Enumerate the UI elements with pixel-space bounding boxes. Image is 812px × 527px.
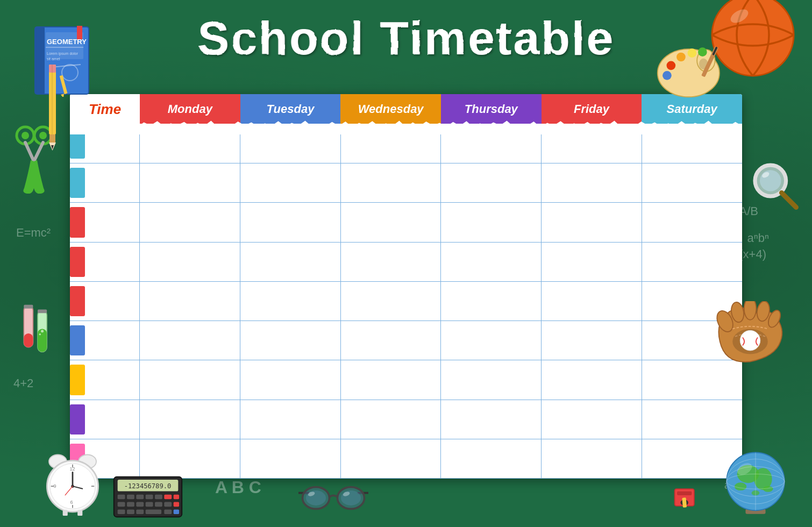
- time-column: [70, 124, 140, 479]
- saturday-column: [642, 124, 742, 479]
- friday-header-label: Friday: [574, 102, 609, 116]
- time-cell-7: [70, 360, 139, 400]
- title-area: School Timetable: [0, 11, 812, 66]
- friday-cell-6[interactable]: [542, 321, 642, 360]
- day-columns: [140, 124, 742, 479]
- monday-cell-8[interactable]: [140, 400, 240, 439]
- wednesday-cell-5[interactable]: [341, 282, 441, 321]
- time-marker-7: [70, 365, 85, 395]
- time-cell-9: [70, 439, 139, 479]
- time-cell-4: [70, 243, 139, 282]
- page-title: School Timetable: [0, 11, 812, 66]
- wednesday-column: [341, 124, 441, 479]
- friday-cell-5[interactable]: [542, 282, 642, 321]
- tuesday-header: Tuesday: [240, 94, 341, 124]
- time-marker-8: [70, 404, 85, 435]
- tuesday-cell-4[interactable]: [240, 243, 340, 282]
- thursday-header: Thursday: [441, 94, 542, 124]
- monday-cell-7[interactable]: [140, 360, 240, 400]
- tuesday-column: [240, 124, 341, 479]
- friday-cell-2[interactable]: [542, 163, 642, 203]
- thursday-cell-5[interactable]: [441, 282, 541, 321]
- thursday-cell-6[interactable]: [441, 321, 541, 360]
- monday-cell-6[interactable]: [140, 321, 240, 360]
- friday-cell-7[interactable]: [542, 360, 642, 400]
- time-header-label: Time: [89, 101, 121, 118]
- monday-header: Monday: [140, 94, 240, 124]
- friday-cell-9[interactable]: [542, 439, 642, 479]
- monday-cell-3[interactable]: [140, 203, 240, 242]
- thursday-header-label: Thursday: [465, 102, 518, 116]
- wednesday-header-label: Wednesday: [358, 102, 424, 116]
- saturday-cell-4[interactable]: [642, 243, 742, 282]
- wednesday-cell-3[interactable]: [341, 203, 441, 242]
- time-marker-2: [70, 168, 85, 198]
- time-header: Time: [70, 94, 140, 124]
- monday-column: [140, 124, 240, 479]
- wednesday-cell-2[interactable]: [341, 163, 441, 203]
- time-marker-6: [70, 325, 85, 355]
- saturday-cell-9[interactable]: [642, 439, 742, 479]
- timetable-container: Time Monday Tuesday Wednesday Thursday F…: [70, 94, 742, 479]
- saturday-cell-7[interactable]: [642, 360, 742, 400]
- time-cell-5: [70, 282, 139, 321]
- tuesday-cell-8[interactable]: [240, 400, 340, 439]
- wednesday-cell-4[interactable]: [341, 243, 441, 282]
- tuesday-cell-9[interactable]: [240, 439, 340, 479]
- friday-column: [542, 124, 642, 479]
- thursday-cell-9[interactable]: [441, 439, 541, 479]
- time-marker-5: [70, 286, 85, 316]
- torn-paper-edge: [70, 124, 742, 134]
- time-cell-3: [70, 203, 139, 242]
- tuesday-cell-2[interactable]: [240, 163, 340, 203]
- tuesday-cell-6[interactable]: [240, 321, 340, 360]
- tuesday-cell-5[interactable]: [240, 282, 340, 321]
- time-marker-4: [70, 247, 85, 277]
- thursday-cell-2[interactable]: [441, 163, 541, 203]
- time-cell-6: [70, 321, 139, 360]
- monday-cell-2[interactable]: [140, 163, 240, 203]
- time-marker-3: [70, 207, 85, 237]
- time-cell-2: [70, 163, 139, 203]
- saturday-cell-8[interactable]: [642, 400, 742, 439]
- tuesday-cell-3[interactable]: [240, 203, 340, 242]
- friday-cell-4[interactable]: [542, 243, 642, 282]
- friday-cell-8[interactable]: [542, 400, 642, 439]
- thursday-cell-4[interactable]: [441, 243, 541, 282]
- saturday-cell-5[interactable]: [642, 282, 742, 321]
- wednesday-cell-8[interactable]: [341, 400, 441, 439]
- monday-cell-5[interactable]: [140, 282, 240, 321]
- friday-header: Friday: [542, 94, 642, 124]
- tuesday-header-label: Tuesday: [267, 102, 315, 116]
- monday-cell-9[interactable]: [140, 439, 240, 479]
- thursday-cell-8[interactable]: [441, 400, 541, 439]
- saturday-cell-2[interactable]: [642, 163, 742, 203]
- tuesday-cell-7[interactable]: [240, 360, 340, 400]
- wednesday-cell-7[interactable]: [341, 360, 441, 400]
- grid-area: [70, 124, 742, 479]
- saturday-cell-6[interactable]: [642, 321, 742, 360]
- wednesday-cell-6[interactable]: [341, 321, 441, 360]
- monday-header-label: Monday: [168, 102, 212, 116]
- saturday-header-label: Saturday: [667, 102, 717, 116]
- thursday-cell-7[interactable]: [441, 360, 541, 400]
- saturday-header: Saturday: [642, 94, 742, 124]
- friday-cell-3[interactable]: [542, 203, 642, 242]
- saturday-cell-3[interactable]: [642, 203, 742, 242]
- header-row: Time Monday Tuesday Wednesday Thursday F…: [70, 94, 742, 124]
- wednesday-header: Wednesday: [340, 94, 441, 124]
- wednesday-cell-9[interactable]: [341, 439, 441, 479]
- time-marker-9: [70, 444, 85, 474]
- time-cell-8: [70, 400, 139, 439]
- monday-cell-4[interactable]: [140, 243, 240, 282]
- thursday-cell-3[interactable]: [441, 203, 541, 242]
- thursday-column: [441, 124, 542, 479]
